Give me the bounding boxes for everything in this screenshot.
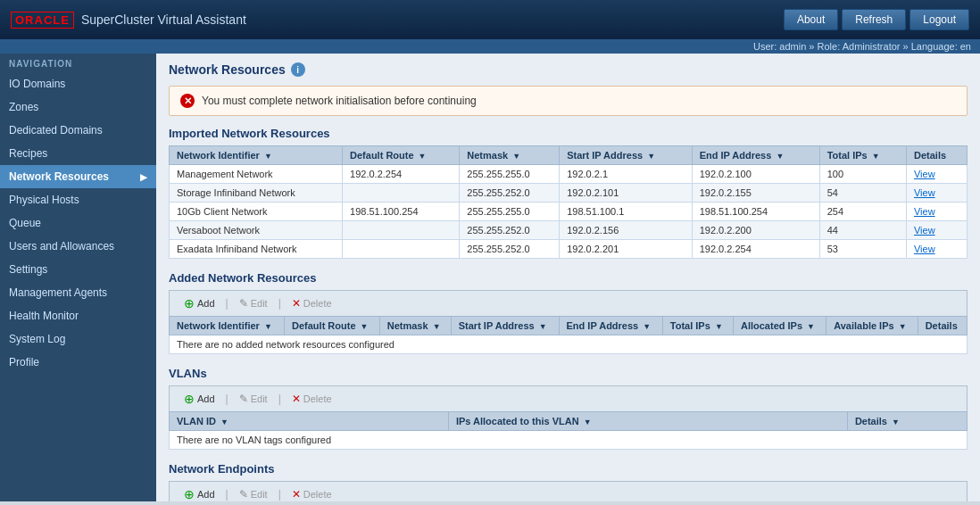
imported-cell-total-ips: 44: [819, 221, 906, 240]
col-end-ip[interactable]: End IP Address ▼: [692, 146, 819, 165]
imported-cell-total-ips: 254: [819, 203, 906, 221]
imported-cell-details[interactable]: View: [906, 221, 967, 240]
header: ORACLE SuperCluster Virtual Assistant Ab…: [0, 0, 980, 39]
imported-cell-start-ip: 192.0.2.201: [560, 240, 693, 259]
acol-start-ip[interactable]: Start IP Address ▼: [451, 317, 559, 335]
sidebar-item-health-monitor[interactable]: Health Monitor: [0, 304, 156, 327]
oracle-logo: ORACLE: [11, 12, 74, 29]
imported-section: Imported Network Resources Network Ident…: [169, 127, 968, 259]
vlans-delete-button[interactable]: ✕ Delete: [285, 391, 339, 407]
sidebar-item-dedicated-domains[interactable]: Dedicated Domains: [0, 119, 156, 142]
sidebar-item-settings[interactable]: Settings: [0, 258, 156, 281]
vcol-ips-allocated[interactable]: IPs Allocated to this VLAN ▼: [448, 412, 847, 431]
endpoints-delete-button[interactable]: ✕ Delete: [285, 486, 339, 501]
vlans-toolbar: ⊕ Add | ✎ Edit | ✕ Delete: [169, 385, 968, 411]
alert-message: You must complete network initialisation…: [202, 95, 477, 107]
vlans-add-button[interactable]: ⊕ Add: [177, 390, 222, 408]
endpoints-section: Network Endpoints ⊕ Add | ✎ Edit | ✕ Del…: [169, 462, 968, 501]
vsep2: |: [278, 393, 281, 405]
sidebar-item-physical-hosts[interactable]: Physical Hosts: [0, 188, 156, 211]
imported-cell-default-route: [343, 184, 460, 203]
col-default-route[interactable]: Default Route ▼: [343, 146, 460, 165]
added-edit-button[interactable]: ✎ Edit: [232, 295, 275, 311]
added-empty-message: There are no added network resources con…: [170, 335, 968, 354]
acol-available-ips[interactable]: Available IPs ▼: [826, 317, 918, 335]
endpoints-toolbar: ⊕ Add | ✎ Edit | ✕ Delete: [169, 481, 968, 501]
vlans-section-title: VLANs: [169, 367, 968, 380]
imported-cell-network-id: Versaboot Network: [170, 221, 343, 240]
imported-cell-details[interactable]: View: [906, 203, 967, 221]
imported-cell-end-ip: 192.0.2.254: [692, 240, 819, 259]
esep1: |: [226, 488, 228, 501]
added-section: Added Network Resources ⊕ Add | ✎ Edit |…: [169, 271, 968, 354]
about-button[interactable]: About: [784, 9, 838, 30]
col-network-id[interactable]: Network Identifier ▼: [170, 146, 343, 165]
added-table: Network Identifier ▼ Default Route ▼ Net…: [169, 316, 968, 354]
vlans-empty-row: There are no VLAN tags configured: [170, 431, 968, 450]
imported-row: Storage Infiniband Network 255.255.252.0…: [170, 184, 968, 203]
sidebar-item-profile[interactable]: Profile: [0, 351, 156, 374]
logout-button[interactable]: Logout: [909, 9, 969, 30]
info-icon[interactable]: i: [291, 62, 305, 77]
sidebar-item-management-agents[interactable]: Management Agents: [0, 281, 156, 304]
alert-box: ✕ You must complete network initialisati…: [169, 86, 968, 116]
imported-cell-details[interactable]: View: [906, 165, 967, 184]
sidebar-item-users-allowances[interactable]: Users and Allowances: [0, 235, 156, 258]
imported-cell-network-id: Storage Infiniband Network: [170, 184, 343, 203]
imported-cell-network-id: Exadata Infiniband Network: [170, 240, 343, 259]
acol-total-ips[interactable]: Total IPs ▼: [662, 317, 733, 335]
imported-cell-default-route: [343, 221, 460, 240]
imported-row: Management Network 192.0.2.254 255.255.2…: [170, 165, 968, 184]
sidebar-item-zones[interactable]: Zones: [0, 95, 156, 119]
delete-icon: ✕: [292, 297, 301, 310]
imported-cell-start-ip: 192.0.2.156: [560, 221, 693, 240]
refresh-button[interactable]: Refresh: [842, 9, 906, 30]
endpoints-edit-button[interactable]: ✎ Edit: [232, 486, 275, 501]
sidebar-item-system-log[interactable]: System Log: [0, 327, 156, 351]
sidebar-item-recipes[interactable]: Recipes: [0, 142, 156, 165]
imported-cell-default-route: 192.0.2.254: [343, 165, 460, 184]
acol-default-route[interactable]: Default Route ▼: [285, 317, 380, 335]
col-total-ips[interactable]: Total IPs ▼: [819, 146, 906, 165]
status-text: User: admin » Role: Administrator » Lang…: [753, 41, 971, 52]
col-start-ip[interactable]: Start IP Address ▼: [560, 146, 693, 165]
imported-cell-total-ips: 53: [819, 240, 906, 259]
endpoints-section-title: Network Endpoints: [169, 462, 968, 476]
added-delete-button[interactable]: ✕ Delete: [285, 295, 339, 311]
sidebar-item-queue[interactable]: Queue: [0, 211, 156, 235]
imported-cell-details[interactable]: View: [906, 184, 967, 203]
imported-row: 10Gb Client Network 198.51.100.254 255.2…: [170, 203, 968, 221]
acol-end-ip[interactable]: End IP Address ▼: [559, 317, 662, 335]
vcol-vlan-id[interactable]: VLAN ID ▼: [170, 412, 449, 431]
sep2: |: [278, 297, 281, 310]
edit-icon: ✎: [239, 297, 248, 310]
esep2: |: [278, 488, 281, 501]
imported-cell-total-ips: 100: [819, 165, 906, 184]
imported-cell-start-ip: 192.0.2.101: [560, 184, 693, 203]
vlans-add-icon: ⊕: [184, 392, 195, 406]
endpoints-add-icon: ⊕: [184, 487, 195, 501]
acol-allocated-ips[interactable]: Allocated IPs ▼: [733, 317, 826, 335]
imported-cell-details[interactable]: View: [906, 240, 967, 259]
acol-network-id[interactable]: Network Identifier ▼: [170, 317, 285, 335]
add-icon: ⊕: [184, 296, 195, 310]
layout: NAVIGATION IO Domains Zones Dedicated Do…: [0, 54, 980, 501]
header-buttons: About Refresh Logout: [784, 9, 969, 30]
vlans-edit-button[interactable]: ✎ Edit: [232, 391, 275, 407]
sidebar-item-network-resources[interactable]: Network Resources ▶: [0, 165, 156, 188]
endpoints-add-button[interactable]: ⊕ Add: [177, 485, 222, 501]
endpoints-delete-icon: ✕: [292, 488, 301, 501]
col-netmask[interactable]: Netmask ▼: [460, 146, 560, 165]
added-section-title: Added Network Resources: [169, 271, 968, 285]
sidebar-item-io-domains[interactable]: IO Domains: [0, 72, 156, 95]
sidebar: NAVIGATION IO Domains Zones Dedicated Do…: [0, 54, 156, 501]
vcol-details[interactable]: Details ▼: [847, 412, 967, 431]
vlans-section: VLANs ⊕ Add | ✎ Edit | ✕ Delete: [169, 367, 968, 450]
added-empty-row: There are no added network resources con…: [170, 335, 968, 354]
imported-cell-netmask: 255.255.252.0: [460, 240, 560, 259]
imported-cell-netmask: 255.255.252.0: [460, 221, 560, 240]
acol-netmask[interactable]: Netmask ▼: [379, 317, 451, 335]
imported-cell-total-ips: 54: [819, 184, 906, 203]
added-add-button[interactable]: ⊕ Add: [177, 294, 222, 312]
imported-row: Exadata Infiniband Network 255.255.252.0…: [170, 240, 968, 259]
